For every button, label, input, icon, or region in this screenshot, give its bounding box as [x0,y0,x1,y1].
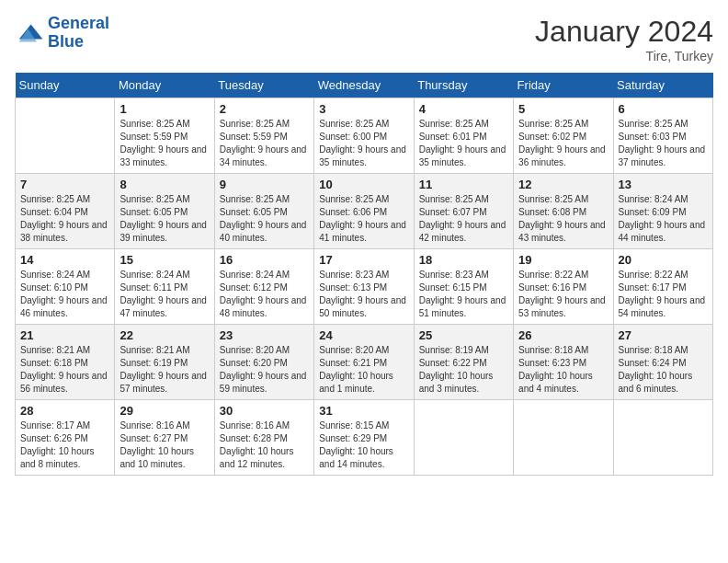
day-number: 2 [220,102,309,116]
calendar-cell: 18 Sunrise: 8:23 AM Sunset: 6:15 PM Dayl… [414,249,513,325]
calendar-cell: 20 Sunrise: 8:22 AM Sunset: 6:17 PM Dayl… [613,249,712,325]
day-info: Sunrise: 8:25 AM Sunset: 6:04 PM Dayligh… [20,193,109,245]
day-number: 20 [619,253,708,267]
day-info: Sunrise: 8:24 AM Sunset: 6:10 PM Dayligh… [20,269,109,320]
day-info: Sunrise: 8:25 AM Sunset: 6:05 PM Dayligh… [119,193,209,245]
day-number: 11 [419,178,508,191]
day-info: Sunrise: 8:18 AM Sunset: 6:23 PM Dayligh… [518,344,608,396]
day-number: 8 [119,178,209,191]
calendar-row-3: 14 Sunrise: 8:24 AM Sunset: 6:10 PM Dayl… [16,249,713,325]
calendar-cell: 25 Sunrise: 8:19 AM Sunset: 6:22 PM Dayl… [414,325,513,400]
day-info: Sunrise: 8:25 AM Sunset: 6:03 PM Dayligh… [619,118,708,169]
day-number: 18 [419,253,508,267]
day-info: Sunrise: 8:25 AM Sunset: 6:02 PM Dayligh… [518,118,608,169]
calendar-cell: 10 Sunrise: 8:25 AM Sunset: 6:06 PM Dayl… [314,174,414,249]
day-info: Sunrise: 8:24 AM Sunset: 6:11 PM Dayligh… [119,269,209,320]
calendar-table: SundayMondayTuesdayWednesdayThursdayFrid… [15,73,713,476]
day-info: Sunrise: 8:21 AM Sunset: 6:18 PM Dayligh… [20,344,109,396]
logo-line2: Blue [48,32,84,51]
logo: General Blue [15,15,109,52]
location: Tire, Turkey [535,49,713,63]
day-info: Sunrise: 8:25 AM Sunset: 6:01 PM Dayligh… [419,118,508,169]
calendar-cell [414,400,513,476]
calendar-row-2: 7 Sunrise: 8:25 AM Sunset: 6:04 PM Dayli… [16,174,713,249]
day-info: Sunrise: 8:25 AM Sunset: 6:00 PM Dayligh… [319,118,408,169]
title-block: January 2024 Tire, Turkey [535,15,713,63]
weekday-header-friday: Friday [514,73,613,98]
day-info: Sunrise: 8:18 AM Sunset: 6:24 PM Dayligh… [619,344,708,396]
calendar-cell: 7 Sunrise: 8:25 AM Sunset: 6:04 PM Dayli… [16,174,115,249]
day-info: Sunrise: 8:20 AM Sunset: 6:20 PM Dayligh… [220,344,309,396]
calendar-cell: 17 Sunrise: 8:23 AM Sunset: 6:13 PM Dayl… [314,249,414,325]
calendar-cell: 15 Sunrise: 8:24 AM Sunset: 6:11 PM Dayl… [115,249,214,325]
calendar-row-4: 21 Sunrise: 8:21 AM Sunset: 6:18 PM Dayl… [16,325,713,400]
day-info: Sunrise: 8:20 AM Sunset: 6:21 PM Dayligh… [319,344,408,396]
day-number: 4 [419,102,508,116]
day-number: 19 [518,253,608,267]
day-number: 9 [220,178,309,191]
calendar-cell: 8 Sunrise: 8:25 AM Sunset: 6:05 PM Dayli… [115,174,214,249]
day-info: Sunrise: 8:25 AM Sunset: 6:06 PM Dayligh… [319,193,408,245]
day-number: 31 [319,404,408,418]
calendar-cell: 29 Sunrise: 8:16 AM Sunset: 6:27 PM Dayl… [115,400,214,476]
weekday-header-thursday: Thursday [414,73,513,98]
day-info: Sunrise: 8:25 AM Sunset: 6:08 PM Dayligh… [518,193,608,245]
calendar-row-5: 28 Sunrise: 8:17 AM Sunset: 6:26 PM Dayl… [16,400,713,476]
calendar-cell [16,98,115,174]
day-number: 24 [319,328,408,342]
day-number: 7 [20,178,109,191]
day-number: 26 [518,328,608,342]
day-number: 25 [419,328,508,342]
calendar-cell: 22 Sunrise: 8:21 AM Sunset: 6:19 PM Dayl… [115,325,214,400]
calendar-cell: 2 Sunrise: 8:25 AM Sunset: 5:59 PM Dayli… [214,98,313,174]
day-number: 10 [319,178,408,191]
calendar-cell: 28 Sunrise: 8:17 AM Sunset: 6:26 PM Dayl… [16,400,115,476]
weekday-header-monday: Monday [115,73,214,98]
day-info: Sunrise: 8:25 AM Sunset: 5:59 PM Dayligh… [119,118,209,169]
day-info: Sunrise: 8:16 AM Sunset: 6:28 PM Dayligh… [220,419,309,471]
calendar-cell [613,400,712,476]
day-number: 3 [319,102,408,116]
day-number: 21 [20,328,109,342]
day-number: 23 [220,328,309,342]
day-info: Sunrise: 8:22 AM Sunset: 6:16 PM Dayligh… [518,269,608,320]
weekday-header-sunday: Sunday [16,73,115,98]
day-info: Sunrise: 8:22 AM Sunset: 6:17 PM Dayligh… [619,269,708,320]
calendar-cell: 31 Sunrise: 8:15 AM Sunset: 6:29 PM Dayl… [314,400,414,476]
calendar-cell: 12 Sunrise: 8:25 AM Sunset: 6:08 PM Dayl… [514,174,613,249]
calendar-cell: 23 Sunrise: 8:20 AM Sunset: 6:20 PM Dayl… [214,325,313,400]
day-info: Sunrise: 8:25 AM Sunset: 6:05 PM Dayligh… [220,193,309,245]
calendar-cell: 11 Sunrise: 8:25 AM Sunset: 6:07 PM Dayl… [414,174,513,249]
calendar-cell: 6 Sunrise: 8:25 AM Sunset: 6:03 PM Dayli… [613,98,712,174]
day-info: Sunrise: 8:24 AM Sunset: 6:12 PM Dayligh… [220,269,309,320]
calendar-cell: 19 Sunrise: 8:22 AM Sunset: 6:16 PM Dayl… [514,249,613,325]
weekday-header-tuesday: Tuesday [214,73,313,98]
day-number: 28 [20,404,109,418]
day-number: 12 [518,178,608,191]
calendar-cell: 4 Sunrise: 8:25 AM Sunset: 6:01 PM Dayli… [414,98,513,174]
day-number: 30 [220,404,309,418]
day-info: Sunrise: 8:15 AM Sunset: 6:29 PM Dayligh… [319,419,408,471]
day-number: 5 [518,102,608,116]
day-number: 22 [119,328,209,342]
calendar-cell [514,400,613,476]
day-number: 15 [119,253,209,267]
day-info: Sunrise: 8:25 AM Sunset: 5:59 PM Dayligh… [220,118,309,169]
weekday-header-wednesday: Wednesday [314,73,414,98]
day-info: Sunrise: 8:23 AM Sunset: 6:13 PM Dayligh… [319,269,408,320]
calendar-cell: 9 Sunrise: 8:25 AM Sunset: 6:05 PM Dayli… [214,174,313,249]
calendar-cell: 1 Sunrise: 8:25 AM Sunset: 5:59 PM Dayli… [115,98,214,174]
day-info: Sunrise: 8:19 AM Sunset: 6:22 PM Dayligh… [419,344,508,396]
day-info: Sunrise: 8:24 AM Sunset: 6:09 PM Dayligh… [619,193,708,245]
calendar-cell: 16 Sunrise: 8:24 AM Sunset: 6:12 PM Dayl… [214,249,313,325]
day-number: 13 [619,178,708,191]
day-number: 29 [119,404,209,418]
day-info: Sunrise: 8:25 AM Sunset: 6:07 PM Dayligh… [419,193,508,245]
day-number: 16 [220,253,309,267]
day-number: 6 [619,102,708,116]
calendar-cell: 21 Sunrise: 8:21 AM Sunset: 6:18 PM Dayl… [16,325,115,400]
day-number: 17 [319,253,408,267]
calendar-cell: 13 Sunrise: 8:24 AM Sunset: 6:09 PM Dayl… [613,174,712,249]
page-header: General Blue January 2024 Tire, Turkey [15,15,713,63]
logo-text: General Blue [48,15,109,52]
